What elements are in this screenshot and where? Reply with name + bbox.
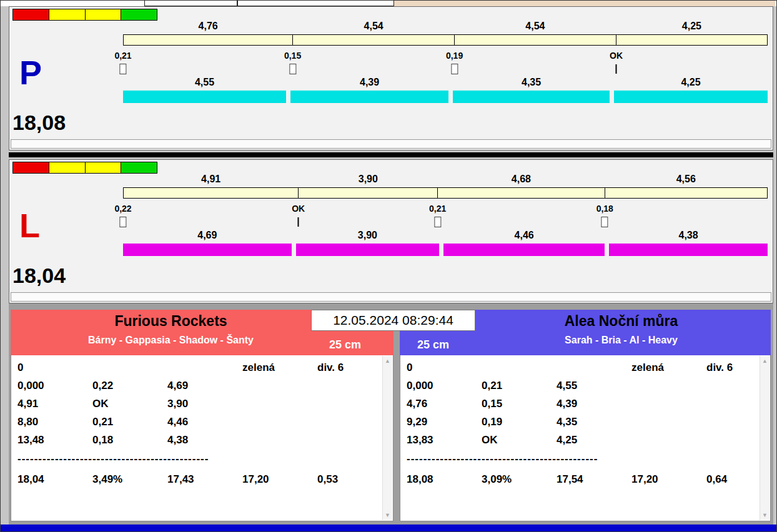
table-cell: 0,000 (17, 380, 92, 392)
split-time: 4,91 (124, 174, 298, 185)
lap-bar: 4,55 (123, 77, 286, 103)
split-segment: 4,54 (455, 35, 616, 45)
change-box-icon (434, 217, 441, 227)
table-row: 18,083,09%17,5417,200,64 (407, 470, 754, 488)
change-time: 0,15 (284, 51, 301, 62)
lane-bars: 4,913,904,684,56 0,22OK0,210,18 4,693,90… (123, 160, 768, 266)
split-segment: 4,56 (605, 188, 767, 198)
change-marker: OK (610, 51, 623, 74)
split-segment: 4,76 (124, 35, 293, 45)
separator-line: ----------------------------------------… (407, 453, 639, 465)
ok-tick-icon (298, 217, 299, 227)
traffic-light-red-cell (13, 9, 49, 20)
lap-bar-fill (123, 91, 286, 103)
lap-time: 3,90 (296, 230, 439, 244)
team-panel-left: Furious Rockets Bárny - Gappasia - Shado… (11, 310, 393, 521)
change-box-icon (120, 217, 127, 227)
table-cell: 4,76 (407, 398, 482, 410)
lap-time: 4,25 (614, 77, 768, 91)
split-time: 4,56 (605, 174, 767, 185)
change-marker: 0,21 (429, 204, 446, 227)
change-marker: OK (292, 204, 305, 227)
separator-line: ----------------------------------------… (17, 453, 250, 465)
table-cell: 17,54 (557, 473, 631, 486)
split-segment: 3,90 (299, 188, 438, 198)
jump-height: 25 cm (417, 338, 449, 352)
table-cell: 13,83 (407, 434, 482, 446)
table-cell: 0 (407, 362, 482, 374)
table-row: 18,043,49%17,4317,200,53 (17, 470, 377, 488)
change-markers: 0,22OK0,210,18 (123, 204, 768, 231)
lap-bar: 4,46 (443, 230, 605, 256)
top-window-edge (1, 1, 776, 6)
table-row: 0,0000,214,55 (407, 377, 754, 395)
table-cell: 9,29 (407, 416, 482, 428)
table-cell: div. 6 (317, 362, 377, 374)
traffic-light-yellow-cell-1 (49, 9, 85, 20)
lap-bar-fill (453, 91, 610, 103)
lane-letter: P (19, 56, 42, 89)
lap-time: 4,35 (453, 77, 610, 91)
change-time: OK (610, 51, 623, 62)
change-marker: 0,22 (114, 204, 131, 227)
scroll-up-icon[interactable]: ▲ (383, 356, 392, 366)
split-time: 4,54 (293, 21, 454, 32)
table-row: 13,480,184,38 (17, 431, 377, 449)
table-cell: OK (482, 434, 557, 446)
teams-area: Furious Rockets Bárny - Gappasia - Shado… (9, 303, 773, 525)
table-cell: 0,000 (407, 380, 482, 392)
table-row: 8,800,214,46 (17, 413, 377, 431)
table-cell: div. 6 (706, 362, 754, 374)
table-row: 0zelenádiv. 6 (17, 358, 377, 377)
main-content: P 4,764,544,544,25 0,210,150,19OK 4,554,… (9, 6, 773, 525)
table-cell: 8,80 (17, 416, 92, 428)
change-box-icon (601, 217, 608, 227)
scrollbar[interactable]: ▲ ▼ (760, 356, 770, 520)
traffic-light-yellow-cell-2 (86, 162, 121, 173)
scroll-up-icon[interactable]: ▲ (760, 356, 770, 366)
team-results-table: 0zelenádiv. 60,0000,224,694,91OK3,908,80… (11, 355, 393, 521)
table-cell: 13,48 (17, 434, 92, 446)
lap-bar: 4,38 (609, 230, 768, 256)
table-row: 4,760,154,39 (407, 395, 754, 413)
table-cell: 18,04 (17, 473, 92, 486)
table-cell: OK (92, 398, 167, 410)
split-segment: 4,25 (616, 35, 767, 45)
traffic-light-yellow-cell-2 (86, 9, 121, 20)
lap-bar: 4,39 (290, 77, 448, 103)
table-cell: 0 (17, 362, 92, 374)
change-time: 0,22 (114, 204, 131, 215)
change-box-icon (120, 64, 127, 74)
table-cell: 0,21 (92, 416, 167, 428)
lap-bar-fill (290, 91, 448, 103)
table-row: 0,0000,224,69 (17, 377, 377, 395)
lap-bars: 4,693,904,464,38 (123, 230, 768, 256)
scroll-down-icon[interactable]: ▼ (760, 510, 770, 520)
table-body: 0zelenádiv. 60,0000,214,554,760,154,399,… (407, 358, 754, 488)
split-time: 4,76 (124, 21, 292, 32)
background-window-fragment (144, 1, 237, 6)
lane-status-strip (11, 292, 771, 302)
split-time: 4,68 (438, 174, 604, 185)
table-row: 4,91OK3,90 (17, 395, 377, 413)
table-cell: zelená (631, 362, 706, 374)
table-cell: 4,25 (557, 434, 631, 446)
change-time: 0,19 (446, 51, 463, 62)
table-cell: zelená (242, 362, 317, 374)
table-cell: 0,21 (482, 380, 557, 392)
scrollbar[interactable]: ▲ ▼ (382, 356, 392, 520)
lane-panel-l: L 4,913,904,684,56 0,22OK0,210,18 4,693,… (9, 159, 773, 303)
split-time: 4,25 (616, 21, 767, 32)
lap-bar-fill (443, 244, 605, 256)
split-segment: 4,54 (293, 35, 455, 45)
table-cell: 4,35 (557, 416, 631, 428)
change-markers: 0,210,150,19OK (123, 51, 768, 78)
table-cell: 4,38 (167, 434, 242, 446)
change-marker: 0,15 (284, 51, 301, 74)
change-time: 0,21 (114, 51, 131, 62)
lap-bars: 4,554,394,354,25 (123, 77, 768, 103)
lap-time: 4,55 (123, 77, 286, 91)
scroll-down-icon[interactable]: ▼ (383, 510, 392, 520)
lap-bar: 4,35 (453, 77, 610, 103)
lap-bar-fill (123, 244, 292, 256)
